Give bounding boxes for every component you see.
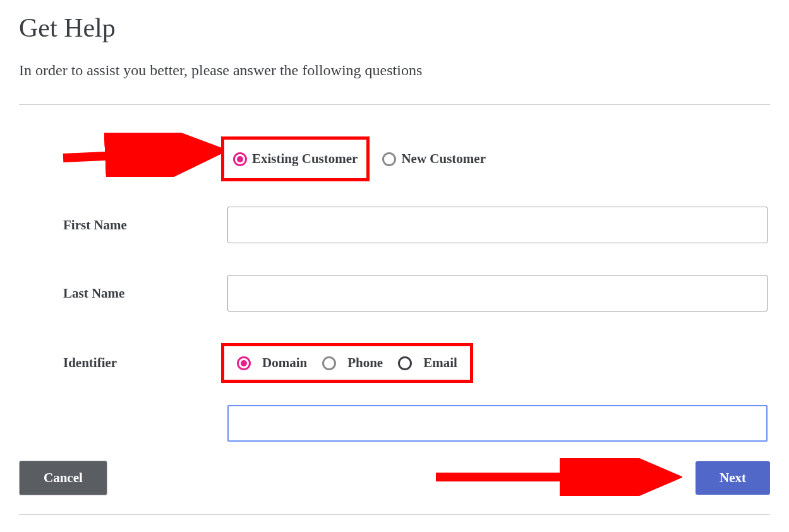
page-subtitle: In order to assist you better, please an… [19,62,770,79]
svg-line-1 [63,152,202,158]
identifier-domain-option[interactable]: Domain [237,355,307,371]
identifier-email-label: Email [423,355,457,371]
domain-input-row [44,405,770,442]
button-row: Cancel Next [19,461,770,495]
first-name-input[interactable] [227,207,768,243]
next-button[interactable]: Next [696,461,770,495]
last-name-input[interactable] [227,275,768,311]
bottom-divider [19,514,770,515]
first-name-row: First Name [44,207,770,243]
last-name-label: Last Name [63,286,227,301]
page-title: Get Help [19,13,770,43]
identifier-domain-radio[interactable] [237,356,251,370]
identifier-email-option[interactable]: Email [398,355,457,371]
identifier-domain-label: Domain [262,355,307,371]
form-area: Existing Customer New Customer First Nam… [19,136,770,442]
divider [19,104,770,105]
first-name-label: First Name [63,217,227,233]
identifier-phone-radio[interactable] [322,356,336,370]
new-customer-label: New Customer [401,151,486,167]
identifier-value-input[interactable] [227,405,768,442]
customer-type-row: Existing Customer New Customer [44,136,770,181]
radio-selected-dot-icon [237,156,243,162]
identifier-label: Identifier [63,355,227,371]
existing-customer-highlight: Existing Customer [221,136,370,181]
identifier-highlight: Domain Phone Email [221,343,473,383]
identifier-phone-label: Phone [347,355,383,371]
cancel-button[interactable]: Cancel [19,461,107,495]
new-customer-option[interactable]: New Customer [382,151,486,167]
identifier-row: Identifier Domain Phone Email [44,343,770,383]
last-name-row: Last Name [44,275,770,311]
existing-customer-label: Existing Customer [252,151,358,167]
identifier-phone-option[interactable]: Phone [322,355,383,371]
identifier-email-radio[interactable] [398,356,412,370]
arrow-annotation-next [430,458,682,496]
arrow-annotation-existing [57,133,221,177]
existing-customer-radio[interactable] [233,152,247,166]
radio-selected-dot-icon [241,360,247,366]
new-customer-radio[interactable] [382,152,396,166]
